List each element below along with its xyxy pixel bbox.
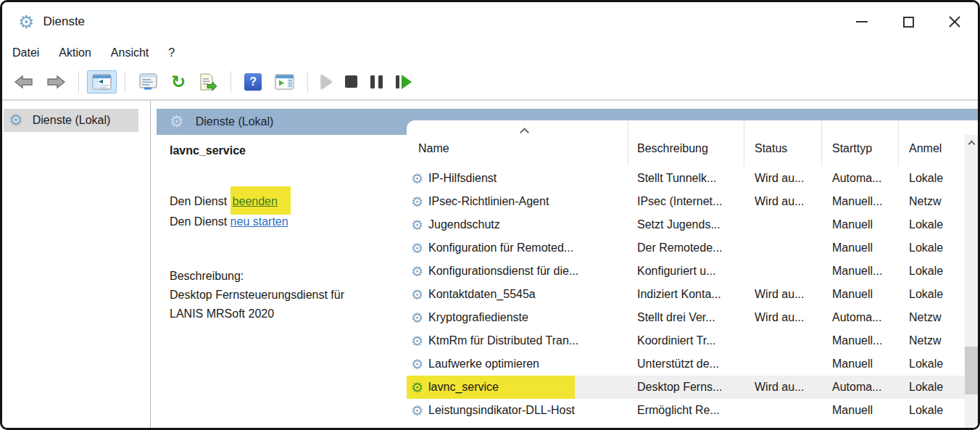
description-line1: Desktop Fernsteuerungsdienst für xyxy=(170,286,407,305)
cell-status xyxy=(755,260,822,283)
title-bar: ⚙ Dienste xyxy=(2,2,978,41)
service-description: Beschreibung: Desktop Fernsteuerungsdien… xyxy=(170,267,407,323)
cell-status: Wird au... xyxy=(755,190,822,213)
column-header-beschreibung[interactable]: Beschreibung xyxy=(628,120,744,166)
start-service-button[interactable] xyxy=(316,71,337,93)
export-list-button[interactable] xyxy=(194,70,223,94)
table-row[interactable]: ⚙ lavnc_service Desktop Ferns... Wird au… xyxy=(407,376,978,399)
cell-anmelden: Lokale xyxy=(909,376,965,399)
window-title: Dienste xyxy=(43,15,85,29)
service-gear-icon: ⚙ xyxy=(411,427,423,429)
selected-service-name: lavnc_service xyxy=(170,144,407,157)
cell-status xyxy=(755,329,822,352)
cell-anmelden: Lokale xyxy=(909,260,965,283)
services-list-view: Name Beschreibung Status Starttyp Anmel … xyxy=(407,120,978,428)
name-cell-box: ⚙ Kontaktdaten_5545a xyxy=(407,283,543,306)
table-row[interactable]: ⚙ Konfiguration für Remoted... Der Remot… xyxy=(407,236,978,260)
service-name-text: Konfiguration für Remoted... xyxy=(428,236,573,260)
cell-status xyxy=(755,352,822,376)
vertical-scrollbar[interactable] xyxy=(965,135,978,428)
table-row[interactable]: ⚙ Jugendschutz Setzt Jugends... Manuell … xyxy=(407,213,978,236)
table-row[interactable]: ⚙ IPsec-Richtlinien-Agent IPsec (Interne… xyxy=(407,190,978,213)
service-name-text: Konfigurationsdienst für die... xyxy=(428,260,578,283)
stop-icon xyxy=(345,75,357,88)
properties-icon xyxy=(138,73,158,90)
name-cell-box: ⚙ Konfigurationsdienst für die... xyxy=(407,260,586,283)
refresh-button[interactable]: ↻ xyxy=(166,70,191,94)
restart-prefix-text: Den Dienst xyxy=(170,215,231,228)
services-window: ⚙ Dienste Datei Aktion Ansicht ? ↻ xyxy=(0,0,980,430)
tree-item-label: Dienste (Lokal) xyxy=(33,114,111,127)
restart-service-link[interactable]: neu starten xyxy=(231,215,288,228)
cell-status xyxy=(755,399,822,422)
cell-status: Wird au... xyxy=(755,167,822,190)
table-row[interactable]: ⚙ Leistungsindikator-DLL-Host Ermöglicht… xyxy=(407,399,978,422)
table-row[interactable]: ⚙ Leistungsprotokolle und -w... "Leistun… xyxy=(407,422,978,428)
cell-name: ⚙ Jugendschutz xyxy=(407,213,628,236)
cell-anmelden: Lokale xyxy=(909,236,965,260)
table-row[interactable]: ⚙ Laufwerke optimieren Unterstützt de...… xyxy=(407,352,978,376)
service-action-links: Den Dienst beenden Den Dienst neu starte… xyxy=(170,186,407,232)
cell-starttyp: Manuell xyxy=(832,236,899,260)
cell-starttyp: Manuell xyxy=(832,352,899,376)
properties-button[interactable] xyxy=(133,70,163,94)
console-tree-icon xyxy=(92,74,112,90)
cell-name: ⚙ Kryptografiedienste xyxy=(407,306,628,329)
cell-anmelden: Lokale xyxy=(909,283,965,306)
cell-name: ⚙ Leistungsprotokolle und -w... xyxy=(407,422,628,428)
cell-starttyp: Manuell xyxy=(832,283,899,306)
name-cell-box: ⚙ Leistungsindikator-DLL-Host xyxy=(407,399,582,422)
show-console-tree-button[interactable] xyxy=(87,70,117,94)
cell-name: ⚙ Konfigurationsdienst für die... xyxy=(407,260,628,283)
scrollbar-up-button[interactable] xyxy=(965,135,978,151)
tree-item-dienste-lokal[interactable]: ⚙ Dienste (Lokal) xyxy=(4,109,138,132)
table-row[interactable]: ⚙ Konfigurationsdienst für die... Konfig… xyxy=(407,260,978,283)
service-gear-icon: ⚙ xyxy=(411,404,423,418)
cell-anmelden: Lokale xyxy=(909,422,965,428)
menu-datei[interactable]: Datei xyxy=(12,46,39,59)
cell-beschreibung: Desktop Ferns... xyxy=(637,376,744,399)
export-list-icon xyxy=(199,73,217,91)
show-action-pane-button[interactable] xyxy=(270,70,299,94)
menu-ansicht[interactable]: Ansicht xyxy=(111,46,149,59)
stop-service-link[interactable]: beenden xyxy=(233,195,278,207)
menu-aktion[interactable]: Aktion xyxy=(59,46,91,59)
service-gear-icon: ⚙ xyxy=(411,311,423,325)
menu-bar: Datei Aktion Ansicht ? xyxy=(2,41,978,64)
back-button[interactable] xyxy=(9,71,38,93)
cell-name: ⚙ Laufwerke optimieren xyxy=(407,352,628,376)
menu-hilfe[interactable]: ? xyxy=(168,46,175,59)
stop-prefix-text: Den Dienst xyxy=(170,195,231,207)
cell-name: ⚙ KtmRm für Distributed Tran... xyxy=(407,329,628,352)
maximize-button[interactable] xyxy=(885,2,931,41)
pause-service-button[interactable] xyxy=(365,72,388,92)
column-header-status[interactable]: Status xyxy=(744,120,822,166)
stop-service-button[interactable] xyxy=(340,72,362,91)
cell-anmelden: Lokale xyxy=(909,352,965,376)
table-row[interactable]: ⚙ Kryptografiedienste Stellt drei Ver...… xyxy=(407,306,978,329)
cell-starttyp: Automa... xyxy=(832,376,899,399)
service-name-text: Leistungsprotokolle und -w... xyxy=(428,422,576,428)
cell-status: Wird au... xyxy=(755,376,822,399)
cell-beschreibung: Stellt Tunnelk... xyxy=(637,167,744,190)
resume-service-button[interactable] xyxy=(391,71,417,93)
scroll-up-icon xyxy=(968,141,975,148)
name-cell-box: ⚙ KtmRm für Distributed Tran... xyxy=(407,329,586,352)
table-row[interactable]: ⚙ KtmRm für Distributed Tran... Koordini… xyxy=(407,329,978,352)
minimize-button[interactable] xyxy=(839,2,885,41)
close-button[interactable] xyxy=(931,2,978,41)
scrollbar-thumb[interactable] xyxy=(965,347,978,394)
table-row[interactable]: ⚙ IP-Hilfsdienst Stellt Tunnelk... Wird … xyxy=(407,167,978,190)
cell-beschreibung: Konfiguriert u... xyxy=(637,260,744,283)
cell-status xyxy=(755,213,822,236)
column-header-name[interactable]: Name xyxy=(407,120,628,166)
service-gear-icon: ⚙ xyxy=(411,172,423,186)
forward-button[interactable] xyxy=(41,71,70,93)
forward-arrow-icon xyxy=(46,75,65,89)
services-node-icon: ⚙ xyxy=(9,112,23,128)
column-header-starttyp[interactable]: Starttyp xyxy=(822,120,899,166)
table-row[interactable]: ⚙ Kontaktdaten_5545a Indiziert Konta... … xyxy=(407,283,978,306)
close-icon xyxy=(948,15,961,28)
help-button[interactable]: ? xyxy=(239,70,267,94)
console-tree-pane: ⚙ Dienste (Lokal) xyxy=(2,101,151,428)
